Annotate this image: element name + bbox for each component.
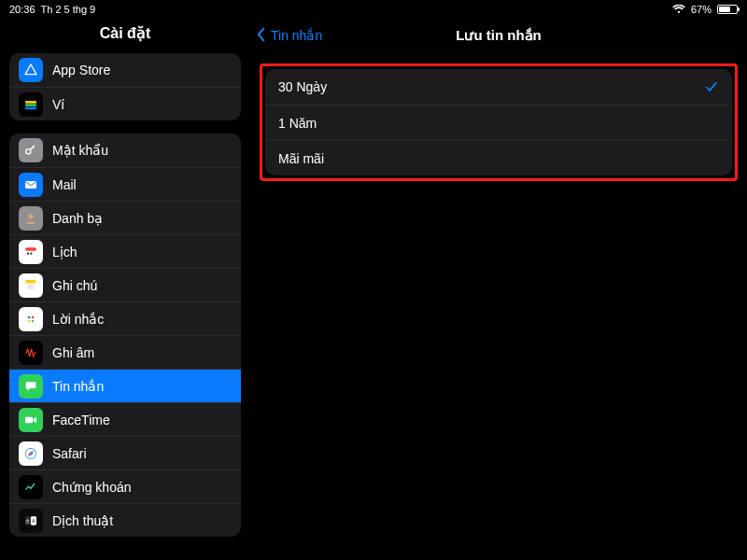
option-label: 30 Ngày	[278, 79, 327, 94]
svg-point-18	[32, 319, 35, 322]
svg-rect-9	[30, 252, 32, 254]
stocks-icon	[19, 475, 43, 499]
svg-rect-0	[25, 101, 36, 104]
svg-point-5	[28, 214, 33, 218]
option-row[interactable]: Mãi mãi	[265, 140, 732, 175]
svg-rect-8	[27, 252, 29, 254]
key-icon	[19, 138, 43, 162]
reminders-icon	[19, 307, 43, 331]
sidebar-item-label: Safari	[52, 446, 87, 461]
sidebar-item-label: Lời nhắc	[52, 312, 104, 327]
sidebar-item-stocks[interactable]: Chứng khoán	[9, 469, 241, 503]
option-row[interactable]: 1 Năm	[265, 105, 732, 140]
notes-icon	[19, 273, 43, 298]
voice-icon	[19, 341, 43, 365]
checkmark-icon	[704, 79, 719, 94]
calendar-icon	[19, 240, 43, 264]
svg-rect-2	[25, 106, 36, 109]
option-label: Mãi mãi	[278, 151, 324, 166]
sidebar-item-notes[interactable]: Ghi chú	[9, 268, 241, 301]
back-label: Tin nhắn	[271, 28, 322, 43]
settings-sidebar: Cài đặt App StoreVíMật khẩuMailDanh bạLị…	[0, 19, 250, 560]
sidebar-item-label: Mật khẩu	[52, 143, 108, 158]
sidebar-item-label: Ví	[52, 97, 64, 112]
sidebar-item-messages[interactable]: Tin nhắn	[9, 369, 241, 402]
detail-navbar: Tin nhắn Lưu tin nhắn	[250, 19, 747, 52]
sidebar-item-label: Ghi chú	[52, 278, 97, 293]
svg-point-17	[28, 319, 31, 322]
sidebar-item-passwords[interactable]: Mật khẩu	[9, 133, 241, 167]
svg-text:文: 文	[25, 518, 30, 524]
sidebar-item-voicememo[interactable]: Ghi âm	[9, 335, 241, 369]
option-row[interactable]: 30 Ngày	[265, 69, 732, 105]
sidebar-item-label: Tin nhắn	[52, 379, 104, 394]
battery-icon	[717, 5, 738, 14]
sidebar-title: Cài đặt	[9, 19, 241, 53]
sidebar-item-app-store[interactable]: App Store	[9, 53, 241, 87]
sidebar-item-calendar[interactable]: Lịch	[9, 234, 241, 268]
contacts-icon	[19, 206, 43, 231]
safari-icon	[19, 441, 43, 466]
back-button[interactable]: Tin nhắn	[250, 27, 322, 45]
svg-rect-11	[26, 280, 36, 283]
status-time: 20:36	[9, 4, 35, 15]
svg-rect-14	[26, 314, 36, 324]
messages-icon	[19, 374, 43, 399]
settings-app: 20:36 Th 2 5 thg 9 67% Cài đặt App Store…	[0, 0, 747, 560]
svg-point-15	[28, 315, 31, 318]
detail-title: Lưu tin nhắn	[250, 27, 747, 44]
battery-percent: 67%	[691, 4, 712, 15]
sidebar-item-label: App Store	[52, 63, 110, 77]
chevron-left-icon	[256, 27, 267, 45]
translate-icon: 文A	[19, 509, 43, 533]
keep-messages-options: 30 Ngày1 NămMãi mãi	[265, 69, 732, 175]
sidebar-item-facetime[interactable]: FaceTime	[9, 402, 241, 436]
sidebar-item-label: Danh bạ	[52, 211, 103, 226]
sidebar-item-reminders[interactable]: Lời nhắc	[9, 301, 241, 335]
sidebar-item-label: Chứng khoán	[52, 480, 132, 495]
status-bar: 20:36 Th 2 5 thg 9 67%	[0, 0, 747, 19]
mail-icon	[19, 173, 43, 197]
sidebar-item-label: Dịch thuật	[52, 513, 113, 528]
status-date: Th 2 5 thg 9	[41, 4, 96, 15]
sidebar-item-label: Lịch	[52, 245, 78, 259]
sidebar-item-mail[interactable]: Mail	[9, 167, 241, 201]
sidebar-item-label: Ghi âm	[52, 345, 94, 360]
wallet-icon	[19, 92, 43, 117]
svg-text:A: A	[32, 518, 35, 524]
appstore-icon	[19, 58, 43, 82]
sidebar-item-safari[interactable]: Safari	[9, 436, 241, 469]
wifi-icon	[672, 5, 685, 14]
svg-rect-19	[25, 416, 33, 423]
svg-point-16	[32, 315, 35, 318]
sidebar-item-label: FaceTime	[52, 413, 110, 427]
detail-pane: Tin nhắn Lưu tin nhắn 30 Ngày1 NămMãi mã…	[250, 19, 747, 560]
svg-point-3	[26, 149, 31, 154]
sidebar-item-label: Mail	[52, 177, 77, 192]
svg-rect-4	[25, 181, 36, 189]
sidebar-item-translate[interactable]: 文ADịch thuật	[9, 503, 241, 537]
facetime-icon	[19, 408, 43, 432]
sidebar-item-contacts[interactable]: Danh bạ	[9, 201, 241, 234]
svg-rect-1	[25, 104, 36, 106]
option-label: 1 Năm	[278, 116, 317, 131]
sidebar-item-wallet[interactable]: Ví	[9, 87, 241, 120]
svg-rect-7	[25, 247, 36, 250]
annotation-box: 30 Ngày1 NămMãi mãi	[260, 63, 738, 181]
